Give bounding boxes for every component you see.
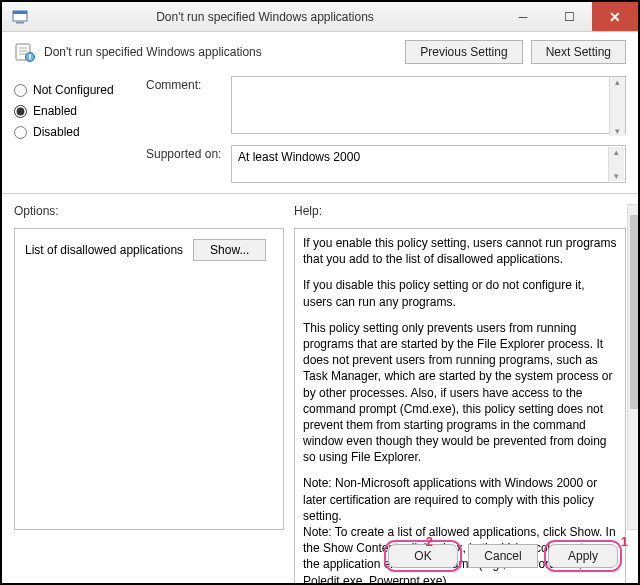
help-text: This policy setting only prevents users … (303, 320, 617, 466)
help-scrollbar[interactable] (627, 204, 640, 530)
comment-textarea[interactable] (231, 76, 626, 134)
config-area: Not Configured Enabled Disabled Comment:… (2, 70, 638, 194)
supported-scrollbar[interactable]: ▴▾ (608, 147, 624, 181)
comment-label: Comment: (146, 76, 231, 92)
svg-rect-9 (29, 58, 31, 59)
title-bar: Don't run specified Windows applications… (2, 2, 638, 32)
supported-on-box: At least Windows 2000 ▴▾ (231, 145, 626, 183)
comment-scrollbar[interactable]: ▴▾ (609, 77, 625, 136)
lower-area: Options: List of disallowed applications… (2, 194, 638, 534)
callout-2: 2 (426, 534, 433, 549)
policy-icon (14, 41, 36, 63)
close-button[interactable]: ✕ (592, 2, 638, 31)
supported-on-label: Supported on: (146, 145, 231, 161)
header-row: Don't run specified Windows applications… (2, 32, 638, 70)
supported-on-value: At least Windows 2000 (238, 150, 360, 164)
help-text: If you disable this policy setting or do… (303, 277, 617, 309)
options-box: List of disallowed applications Show... (14, 228, 284, 530)
ok-button[interactable]: OK (388, 544, 458, 568)
previous-setting-button[interactable]: Previous Setting (405, 40, 522, 64)
radio-not-configured-input[interactable] (14, 84, 27, 97)
options-label: Options: (14, 204, 284, 218)
radio-not-configured[interactable]: Not Configured (14, 83, 132, 97)
footer: 2 OK Cancel 1 Apply (2, 534, 638, 578)
help-text: If you enable this policy setting, users… (303, 235, 617, 267)
radio-not-configured-label: Not Configured (33, 83, 114, 97)
help-box: If you enable this policy setting, users… (294, 228, 626, 585)
svg-rect-8 (29, 55, 31, 58)
radio-disabled-label: Disabled (33, 125, 80, 139)
form-col: Comment: ▴▾ Supported on: At least Windo… (146, 76, 626, 183)
show-button[interactable]: Show... (193, 239, 266, 261)
svg-rect-2 (16, 22, 24, 24)
maximize-button[interactable]: ☐ (546, 2, 592, 31)
state-radios: Not Configured Enabled Disabled (14, 76, 132, 183)
radio-enabled-label: Enabled (33, 104, 77, 118)
svg-rect-1 (13, 11, 27, 14)
radio-enabled-input[interactable] (14, 105, 27, 118)
options-row: List of disallowed applications Show... (25, 239, 273, 261)
disallowed-list-label: List of disallowed applications (25, 243, 183, 257)
window-title: Don't run specified Windows applications (30, 10, 500, 24)
help-column: Help: If you enable this policy setting,… (294, 204, 626, 585)
system-icon (10, 7, 30, 27)
options-column: Options: List of disallowed applications… (14, 204, 284, 530)
radio-enabled[interactable]: Enabled (14, 104, 132, 118)
apply-button[interactable]: Apply (548, 544, 618, 568)
radio-disabled-input[interactable] (14, 126, 27, 139)
next-setting-button[interactable]: Next Setting (531, 40, 626, 64)
callout-1: 1 (621, 534, 628, 549)
help-label: Help: (294, 204, 626, 218)
policy-title: Don't run specified Windows applications (44, 45, 262, 59)
radio-disabled[interactable]: Disabled (14, 125, 132, 139)
minimize-button[interactable]: ─ (500, 2, 546, 31)
window-controls: ─ ☐ ✕ (500, 2, 638, 31)
cancel-button[interactable]: Cancel (468, 544, 538, 568)
